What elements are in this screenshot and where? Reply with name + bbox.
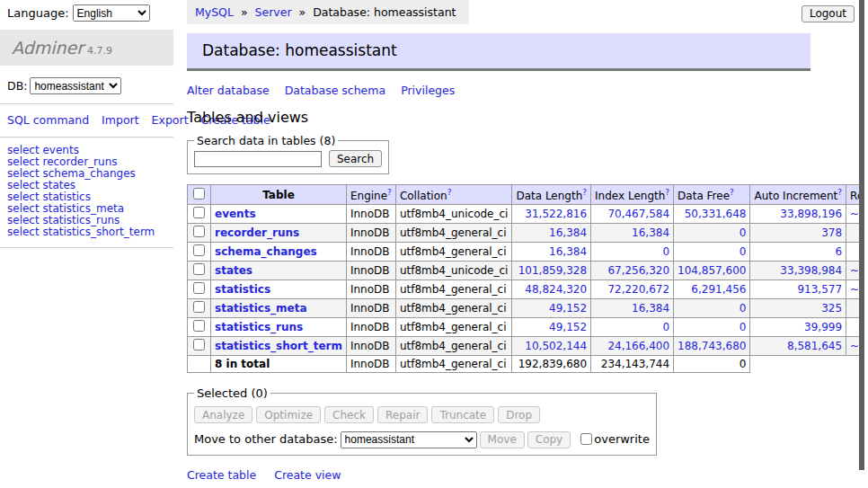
index-length-value-link[interactable]: 0 [662, 245, 669, 258]
analyze-button[interactable]: Analyze [194, 406, 252, 423]
copy-button[interactable]: Copy [527, 431, 571, 448]
drop-button[interactable]: Drop [498, 406, 540, 423]
scrollbar-thumb[interactable] [859, 0, 864, 470]
select-all-checkbox[interactable] [193, 188, 205, 200]
help-question-link[interactable]: ? [837, 188, 842, 197]
index-length-value-link[interactable]: 67,256,320 [607, 264, 669, 277]
data-free-value-link[interactable]: 50,331,648 [685, 208, 747, 220]
index-length-cell: 72,220,672 [591, 280, 674, 299]
row-checkbox[interactable] [193, 263, 205, 275]
data-free-value-link[interactable]: 104,857,600 [678, 264, 746, 277]
search-button[interactable]: Search [329, 150, 382, 167]
row-checkbox-cell [188, 299, 211, 318]
table-name-link[interactable]: statistics_short_term [215, 340, 342, 352]
data-free-cell: 0 [674, 243, 750, 262]
help-question-link[interactable]: ? [387, 188, 392, 197]
column-help: ? [837, 187, 842, 197]
index-length-value-link[interactable]: 72,220,672 [607, 283, 669, 296]
overwrite-checkbox[interactable] [580, 433, 592, 445]
app-title: Adminer4.7.9 [0, 30, 173, 66]
sql-command-link[interactable]: SQL command [7, 113, 89, 127]
auto-increment-cell: 913,577 [750, 280, 846, 299]
auto-increment-value-link[interactable]: 6 [835, 245, 842, 258]
sidebar-select-link[interactable]: select recorder_runs [7, 155, 118, 168]
move-button[interactable]: Move [480, 431, 525, 448]
breadcrumb-link-mysql[interactable]: MySQL [195, 5, 234, 19]
data-length-value-link[interactable]: 31,522,816 [525, 208, 587, 220]
data-length-value-link[interactable]: 16,384 [549, 245, 587, 258]
data-length-value-link[interactable]: 48,824,320 [525, 283, 587, 296]
help-question-link[interactable]: ? [665, 188, 669, 197]
row-checkbox[interactable] [193, 301, 205, 313]
auto-increment-value-link[interactable]: 378 [821, 226, 842, 239]
language-select[interactable]: English [73, 4, 150, 22]
optimize-button[interactable]: Optimize [256, 406, 321, 423]
sidebar-select-link[interactable]: select schema_changes [7, 167, 136, 180]
data-length-value-link[interactable]: 101,859,328 [518, 264, 587, 277]
import-link[interactable]: Import [102, 113, 139, 127]
row-checkbox[interactable] [193, 339, 205, 350]
data-free-value-link[interactable]: 0 [740, 226, 747, 239]
sidebar-select-link[interactable]: select states [7, 179, 75, 191]
table-name-link[interactable]: events [215, 208, 256, 220]
row-checkbox[interactable] [193, 320, 205, 332]
table-name-link[interactable]: recorder_runs [215, 226, 299, 239]
scrollbar[interactable] [859, 0, 868, 488]
create-view-link[interactable]: Create view [274, 468, 341, 482]
auto-increment-value-link[interactable]: 913,577 [797, 283, 842, 296]
data-free-value-link[interactable]: 0 [740, 321, 747, 333]
export-link[interactable]: Export [152, 113, 189, 127]
data-free-value-link[interactable]: 0 [740, 245, 747, 258]
auto-increment-value-link[interactable]: 33,398,984 [780, 264, 842, 277]
auto-increment-value-link[interactable]: 325 [821, 302, 842, 315]
create-table-link-main[interactable]: Create table [187, 468, 256, 482]
index-length-value-link[interactable]: 24,166,400 [607, 340, 669, 352]
help-question-link[interactable]: ? [582, 188, 587, 197]
sidebar-select-link[interactable]: select events [7, 144, 79, 156]
table-name-link[interactable]: states [215, 264, 252, 277]
data-length-value-link[interactable]: 49,152 [549, 321, 587, 333]
privileges-link[interactable]: Privileges [401, 84, 455, 97]
sidebar-select-link[interactable]: select statistics_runs [7, 214, 120, 226]
data-free-value-link[interactable]: 188,743,680 [678, 340, 746, 352]
index-length-value-link[interactable]: 0 [662, 321, 669, 333]
row-checkbox[interactable] [193, 282, 205, 294]
index-length-value-link[interactable]: 16,384 [632, 226, 669, 239]
row-checkbox[interactable] [193, 244, 205, 256]
db-select[interactable]: homeassistant [30, 77, 121, 94]
index-length-value-link[interactable]: 70,467,584 [607, 208, 669, 220]
help-question-link[interactable]: ? [447, 188, 452, 197]
auto-increment-value-link[interactable]: 8,581,645 [787, 340, 842, 352]
data-free-value-link[interactable]: 6,291,456 [691, 283, 746, 296]
sidebar-select-link[interactable]: select statistics_meta [7, 202, 124, 215]
breadcrumb-link-server[interactable]: Server [255, 5, 292, 19]
move-db-select[interactable]: homeassistant [341, 431, 477, 448]
index-length-value-link[interactable]: 16,384 [632, 302, 669, 315]
help-question-link[interactable]: ? [730, 188, 734, 197]
index-length-cell: 70,467,584 [591, 205, 674, 224]
table-name-link[interactable]: schema_changes [215, 245, 317, 258]
search-input[interactable] [194, 151, 322, 167]
table-name-link[interactable]: statistics [215, 283, 270, 296]
app-name-link[interactable]: Adminer [12, 38, 84, 58]
auto-increment-cell: 378 [750, 224, 846, 243]
column-help: ? [665, 187, 669, 197]
row-checkbox[interactable] [193, 207, 205, 218]
alter-database-link[interactable]: Alter database [187, 84, 270, 97]
sidebar-select-link[interactable]: select statistics [7, 191, 91, 203]
data-free-value-link[interactable]: 0 [740, 302, 747, 315]
database-schema-link[interactable]: Database schema [285, 84, 385, 97]
check-button[interactable]: Check [324, 406, 374, 423]
data-length-value-link[interactable]: 49,152 [549, 302, 587, 315]
data-length-value-link[interactable]: 10,502,144 [525, 340, 587, 352]
repair-button[interactable]: Repair [377, 406, 428, 423]
table-name-link[interactable]: statistics_runs [215, 321, 303, 333]
table-name-link[interactable]: statistics_meta [215, 302, 307, 315]
data-length-value-link[interactable]: 16,384 [549, 226, 587, 239]
main-content: MySQL » Server » Database: homeassistant… [187, 0, 810, 488]
auto-increment-value-link[interactable]: 39,999 [804, 321, 842, 333]
sidebar-select-link[interactable]: select statistics_short_term [7, 226, 155, 238]
truncate-button[interactable]: Truncate [431, 406, 494, 423]
row-checkbox[interactable] [193, 226, 205, 237]
auto-increment-value-link[interactable]: 33,898,196 [780, 208, 842, 220]
